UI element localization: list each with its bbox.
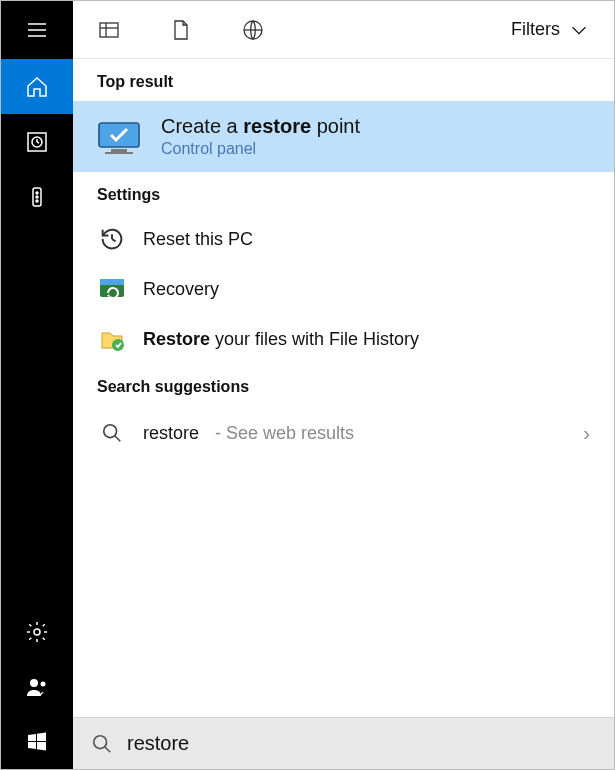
- sidebar-home[interactable]: [1, 59, 73, 114]
- top-result-header: Top result: [73, 59, 614, 101]
- remote-icon: [25, 185, 49, 209]
- tab-documents[interactable]: [169, 1, 241, 59]
- hamburger-button[interactable]: [1, 1, 73, 59]
- top-result-subtitle: Control panel: [161, 140, 360, 158]
- document-icon: [169, 18, 193, 42]
- svg-point-30: [94, 735, 107, 748]
- results-content: Top result Create a restore point Contro…: [73, 59, 614, 717]
- gear-icon: [25, 620, 49, 644]
- setting-recovery[interactable]: Recovery: [73, 264, 614, 314]
- chevron-right-icon: ›: [583, 422, 590, 445]
- monitor-check-icon: [97, 119, 141, 155]
- windows-start-button[interactable]: [1, 714, 73, 769]
- svg-point-28: [104, 425, 117, 438]
- svg-line-29: [115, 436, 121, 442]
- filters-button[interactable]: Filters: [511, 19, 590, 41]
- people-icon: [25, 675, 49, 699]
- svg-point-11: [34, 629, 40, 635]
- globe-icon: [241, 18, 265, 42]
- svg-rect-26: [100, 279, 124, 285]
- svg-line-24: [112, 239, 116, 241]
- chevron-down-icon: [568, 19, 590, 41]
- hamburger-icon: [25, 18, 49, 42]
- suggestion-text: restore: [143, 423, 199, 444]
- sidebar-settings[interactable]: [1, 604, 73, 659]
- sidebar: [1, 1, 73, 769]
- setting-label: Recovery: [143, 279, 219, 300]
- home-icon: [25, 75, 49, 99]
- suggestion-item[interactable]: restore - See web results ›: [73, 406, 614, 460]
- setting-label: Restore your files with File History: [143, 329, 419, 350]
- suggestion-suffix: - See web results: [215, 423, 354, 444]
- sidebar-people[interactable]: [1, 659, 73, 714]
- sidebar-remote[interactable]: [1, 169, 73, 224]
- svg-rect-22: [105, 152, 133, 154]
- svg-point-27: [112, 339, 124, 351]
- setting-label: Reset this PC: [143, 229, 253, 250]
- tab-web[interactable]: [241, 1, 313, 59]
- windows-start-icon: [25, 730, 49, 754]
- svg-point-12: [30, 679, 38, 687]
- setting-reset-pc[interactable]: Reset this PC: [73, 214, 614, 264]
- svg-point-10: [36, 200, 38, 202]
- sidebar-timeline[interactable]: [1, 114, 73, 169]
- svg-point-9: [36, 196, 38, 198]
- top-tabs: Filters: [73, 1, 614, 59]
- svg-point-13: [41, 681, 46, 686]
- svg-point-8: [36, 192, 38, 194]
- filters-label: Filters: [511, 19, 560, 40]
- search-bar[interactable]: [73, 717, 614, 769]
- svg-rect-21: [111, 149, 127, 152]
- svg-rect-14: [100, 23, 118, 37]
- svg-line-6: [37, 142, 39, 143]
- search-icon: [91, 733, 113, 755]
- suggestions-header: Search suggestions: [73, 364, 614, 406]
- settings-header: Settings: [73, 172, 614, 214]
- recovery-icon: [98, 275, 126, 303]
- top-result-title: Create a restore point: [161, 115, 360, 138]
- search-icon: [101, 422, 123, 444]
- tab-apps[interactable]: [97, 1, 169, 59]
- top-result-item[interactable]: Create a restore point Control panel: [73, 101, 614, 172]
- main-panel: Filters Top result Create a restore poin…: [73, 1, 614, 769]
- clock-box-icon: [25, 130, 49, 154]
- file-history-icon: [98, 325, 126, 353]
- history-icon: [98, 225, 126, 253]
- apps-icon: [97, 18, 121, 42]
- svg-line-31: [105, 746, 111, 752]
- search-input[interactable]: [127, 732, 596, 755]
- setting-file-history[interactable]: Restore your files with File History: [73, 314, 614, 364]
